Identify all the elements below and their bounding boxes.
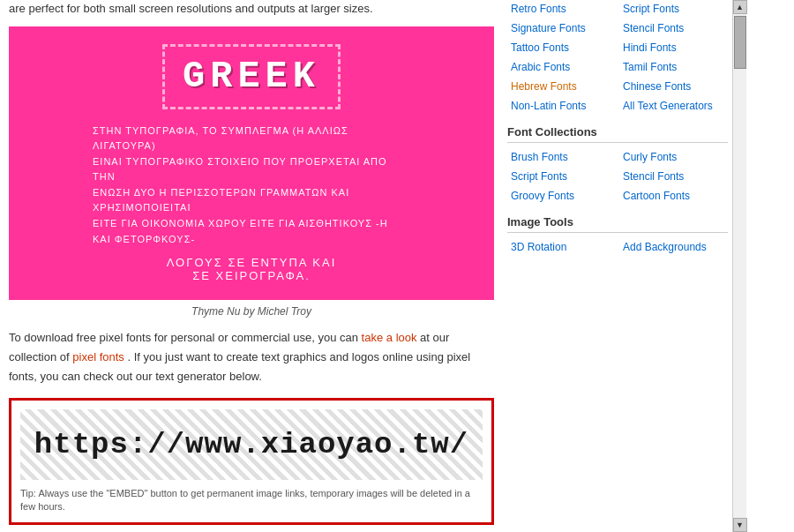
link-tamil-fonts[interactable]: Tamil Fonts [619,58,728,76]
take-a-look-link[interactable]: take a look [362,331,417,344]
generated-url-text: https://www.xiaoyao.tw/ [34,428,468,461]
link-non-latin-fonts[interactable]: Non-Latin Fonts [507,97,616,115]
link-signature-fonts[interactable]: Signature Fonts [507,19,616,37]
intro-text: are perfect for both small screen resolu… [9,2,373,15]
link-stencil-fonts-2[interactable]: Stencil Fonts [619,168,728,185]
image-tools-section: Image Tools 3D Rotation Add Backgrounds [507,215,728,256]
scroll-up-arrow[interactable]: ▲ [733,0,747,14]
link-tattoo-fonts[interactable]: Tattoo Fonts [507,39,616,56]
link-curly-fonts[interactable]: Curly Fonts [619,148,728,166]
preview-line2: ΕΙΝΑΙ ΤΥΠΟΓΡΑΦΙΚΟ ΣΤΟΙΧΕΙΟ ΠΟΥ ΠΡΟΕΡΧΕΤΑ… [93,154,410,185]
main-content: are perfect for both small screen resolu… [0,0,503,532]
preview-body: ΣΤΗΝ ΤΥΠΟΓΡΑΦΙΑ, ΤΟ ΣΥΜΠΛΕΓΜΑ (Η ΑΛΛΙΩΣ … [93,124,410,248]
link-hebrew-fonts[interactable]: Hebrew Fonts [507,78,616,95]
desc-text1: To download free pixel fonts for persona… [9,331,358,344]
intro-paragraph: are perfect for both small screen resolu… [9,0,494,18]
link-script-fonts-2[interactable]: Script Fonts [507,168,616,185]
collections-title: Font Collections [507,125,728,143]
collections-grid: Brush Fonts Curly Fonts Script Fonts Ste… [507,148,728,205]
preview-line5: ΚΑΙ ΦΕΤΟΡΦΚΟΥΣ- [93,232,410,248]
scrollbar[interactable]: ▲ ▼ [732,0,746,532]
preview-subtitle2: ΣΕ ΧΕΙΡΟΓΡΑΦΑ. [167,269,337,282]
image-tools-title: Image Tools [507,215,728,233]
generator-box: https://www.xiaoyao.tw/ Tip: Always use … [9,398,494,526]
image-tools-grid: 3D Rotation Add Backgrounds [507,238,728,256]
font-links-grid: Retro Fonts Script Fonts Signature Fonts… [507,0,728,115]
font-preview-box: GREEK ΣΤΗΝ ΤΥΠΟΓΡΑΦΙΑ, ΤΟ ΣΥΜΠΛΕΓΜΑ (Η Α… [9,26,494,301]
scroll-thumb[interactable] [734,16,746,69]
link-retro-fonts[interactable]: Retro Fonts [507,0,616,18]
preview-line1: ΣΤΗΝ ΤΥΠΟΓΡΑΦΙΑ, ΤΟ ΣΥΜΠΛΕΓΜΑ (Η ΑΛΛΙΩΣ … [93,124,410,154]
preview-subtitle: ΛΟΓΟΥΣ ΣΕ ΕΝΤΥΠΑ ΚΑΙ ΣΕ ΧΕΙΡΟΓΡΑΦΑ. [167,256,337,282]
generated-image-area: https://www.xiaoyao.tw/ [20,409,483,480]
generator-tip: Tip: Always use the "EMBED" button to ge… [20,487,483,514]
link-chinese-fonts[interactable]: Chinese Fonts [619,78,728,95]
preview-line4: ΕΙΤΕ ΓΙΑ ΟΙΚΟΝΟΜΙΑ ΧΩΡΟΥ ΕΙΤΕ ΓΙΑ ΑΙΣΘΗΤ… [93,216,410,232]
preview-title: GREEK [162,44,341,109]
link-brush-fonts[interactable]: Brush Fonts [507,148,616,166]
link-script-fonts[interactable]: Script Fonts [619,0,728,18]
link-cartoon-fonts[interactable]: Cartoon Fonts [619,187,728,205]
preview-subtitle1: ΛΟΓΟΥΣ ΣΕ ΕΝΤΥΠΑ ΚΑΙ [167,256,337,269]
link-groovy-fonts[interactable]: Groovy Fonts [507,187,616,205]
link-stencil-fonts-1[interactable]: Stencil Fonts [619,19,728,37]
link-hindi-fonts[interactable]: Hindi Fonts [619,39,728,56]
pixel-fonts-link[interactable]: pixel fonts [72,350,124,363]
description-paragraph: To download free pixel fonts for persona… [9,328,494,386]
font-collections-section: Font Collections Brush Fonts Curly Fonts… [507,125,728,205]
link-add-backgrounds[interactable]: Add Backgrounds [619,238,728,256]
preview-line3: ΕΝΩΣΗ ΔΥΟ Η ΠΕΡΙΣΣΟΤΕΡΩΝ ΓΡΑΜΜΑΤΩΝ ΚΑΙ Χ… [93,185,410,216]
link-arabic-fonts[interactable]: Arabic Fonts [507,58,616,76]
sidebar: Retro Fonts Script Fonts Signature Fonts… [503,0,732,532]
font-links-section: Retro Fonts Script Fonts Signature Fonts… [507,0,728,115]
preview-caption: Thyme Nu by Michel Troy [9,305,494,318]
link-3d-rotation[interactable]: 3D Rotation [507,238,616,256]
link-all-text-generators[interactable]: All Text Generators [619,97,728,115]
scroll-down-arrow[interactable]: ▼ [733,518,747,532]
